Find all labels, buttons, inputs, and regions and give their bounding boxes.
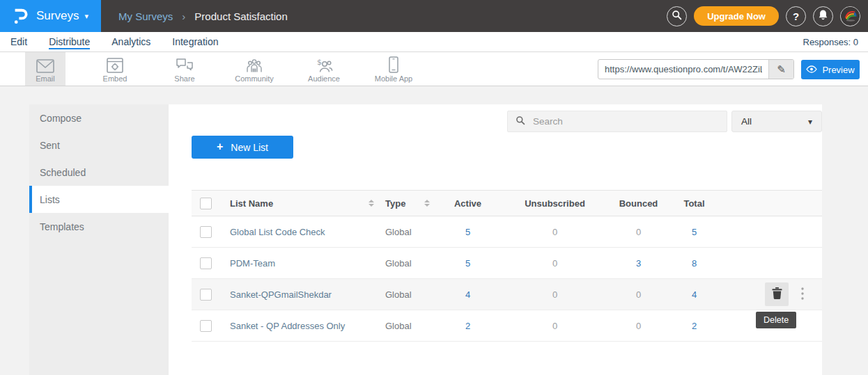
toolbar-item-label: Embed — [103, 74, 127, 83]
list-type-value: Global — [382, 248, 438, 278]
list-name-link[interactable]: Global List Code Check — [230, 227, 325, 237]
active-count-link[interactable]: 4 — [438, 279, 497, 310]
list-name-link[interactable]: PDM-Team — [230, 258, 275, 269]
column-header-bounced: Bounced — [612, 191, 665, 216]
account-avatar[interactable] — [840, 6, 860, 26]
sidebar-item-label: Templates — [40, 221, 84, 232]
sidebar-item-label: Lists — [40, 194, 60, 205]
row-checkbox[interactable] — [200, 289, 212, 301]
list-search-input[interactable] — [532, 115, 719, 127]
plus-icon: + — [217, 141, 223, 153]
column-label: List Name — [230, 198, 273, 209]
help-button[interactable]: ? — [786, 6, 806, 26]
toolbar-item-label: Email — [36, 74, 55, 83]
trash-icon — [772, 287, 782, 301]
tab-analytics[interactable]: Analytics — [111, 35, 150, 49]
search-icon — [672, 10, 682, 23]
question-mark-icon: ? — [793, 10, 799, 22]
list-filter-dropdown[interactable]: All ▾ — [731, 111, 822, 132]
toolbar-item-embed[interactable]: Embed — [80, 52, 150, 86]
active-count-link[interactable]: 5 — [438, 216, 497, 247]
toolbar-item-share[interactable]: Share — [150, 52, 219, 86]
breadcrumb: My Surveys › Product Satisfaction — [118, 0, 288, 32]
column-header-type[interactable]: Type — [382, 191, 438, 216]
kebab-icon — [801, 287, 804, 302]
toolbar-item-label: Mobile App — [375, 74, 412, 83]
row-actions-cell: Delete — [724, 279, 822, 310]
row-actions-cell — [724, 248, 822, 278]
list-name-cell: PDM-Team — [222, 248, 382, 278]
row-checkbox-cell — [192, 248, 222, 278]
list-name-link[interactable]: Sanket-QPGmailShekdar — [230, 289, 332, 300]
audience-icon: $ — [315, 55, 333, 73]
unsubscribed-count: 0 — [497, 248, 612, 278]
row-checkbox-cell — [192, 310, 222, 341]
toolbar-item-community[interactable]: Community — [219, 52, 289, 86]
upgrade-now-button[interactable]: Upgrade Now — [694, 6, 779, 26]
column-header-list-name[interactable]: List Name — [222, 191, 382, 216]
mobile-app-icon — [389, 55, 398, 73]
total-count-link[interactable]: 5 — [665, 216, 724, 247]
email-icon — [36, 55, 54, 73]
sidebar-item-label: Scheduled — [40, 167, 86, 178]
toolbar-item-audience[interactable]: $Audience — [289, 52, 359, 86]
product-switcher[interactable]: Surveys ▾ — [0, 0, 101, 32]
sidebar-item-compose[interactable]: Compose — [29, 104, 169, 131]
table-row: Global List Code CheckGlobal5005 — [192, 216, 822, 248]
select-all-checkbox[interactable] — [200, 198, 212, 209]
column-header-active: Active — [438, 191, 497, 216]
list-name-link[interactable]: Sanket - QP Addresses Only — [230, 321, 345, 331]
total-count-link[interactable]: 4 — [665, 279, 724, 310]
column-header-actions — [724, 191, 822, 216]
sidebar-item-lists[interactable]: Lists — [29, 186, 169, 213]
toolbar-item-mobile-app[interactable]: Mobile App — [359, 52, 428, 86]
sidebar-item-templates[interactable]: Templates — [29, 213, 169, 240]
toolbar-item-email[interactable]: Email — [10, 52, 80, 86]
row-checkbox[interactable] — [200, 320, 212, 332]
search-button[interactable] — [667, 6, 687, 26]
distribute-sidebar: ComposeSentScheduledListsTemplates — [29, 104, 169, 375]
survey-url-input[interactable] — [598, 60, 768, 79]
lists-panel: All ▾ + New List List NameTypeActiveUnsu… — [169, 104, 822, 375]
edit-url-button[interactable]: ✎ — [768, 60, 793, 79]
active-count-link[interactable]: 5 — [438, 248, 497, 278]
responses-count[interactable]: Responses: 0 — [803, 32, 859, 51]
product-name: Surveys — [36, 9, 79, 23]
toolbar-item-label: Community — [235, 74, 274, 83]
breadcrumb-my-surveys[interactable]: My Surveys — [118, 10, 173, 22]
row-menu-button[interactable] — [801, 287, 804, 302]
svg-text:$: $ — [317, 58, 322, 67]
sidebar-item-sent[interactable]: Sent — [29, 131, 169, 159]
sort-icon[interactable] — [424, 200, 430, 207]
search-icon — [516, 115, 525, 128]
toolbar-item-label: Audience — [308, 74, 340, 83]
unsubscribed-count: 0 — [497, 310, 612, 341]
tab-integration[interactable]: Integration — [172, 35, 218, 49]
sort-icon[interactable] — [369, 200, 374, 207]
row-checkbox[interactable] — [200, 226, 212, 238]
share-icon — [176, 55, 194, 73]
column-label: Unsubscribed — [525, 198, 585, 209]
tab-distribute[interactable]: Distribute — [49, 35, 90, 49]
list-search-box — [507, 111, 727, 132]
total-count-link[interactable]: 2 — [665, 310, 724, 341]
lists-table: List NameTypeActiveUnsubscribedBouncedTo… — [192, 190, 822, 342]
row-checkbox[interactable] — [200, 257, 212, 269]
caret-down-icon: ▾ — [808, 117, 812, 127]
tab-edit[interactable]: Edit — [10, 35, 27, 49]
bounced-count: 0 — [612, 279, 665, 310]
delete-list-button[interactable]: Delete — [765, 282, 789, 306]
bounced-count-link[interactable]: 3 — [612, 248, 665, 278]
filter-value: All — [741, 116, 752, 127]
delete-tooltip: Delete — [756, 312, 796, 328]
bell-icon — [818, 9, 828, 23]
sidebar-item-scheduled[interactable]: Scheduled — [29, 159, 169, 186]
notifications-button[interactable] — [813, 6, 833, 26]
eye-icon — [806, 65, 817, 75]
avatar-logo-icon — [841, 6, 860, 26]
active-count-link[interactable]: 2 — [438, 310, 497, 341]
total-count-link[interactable]: 8 — [665, 248, 724, 278]
new-list-button[interactable]: + New List — [192, 136, 293, 159]
preview-button[interactable]: Preview — [801, 60, 860, 79]
unsubscribed-count: 0 — [497, 216, 612, 247]
